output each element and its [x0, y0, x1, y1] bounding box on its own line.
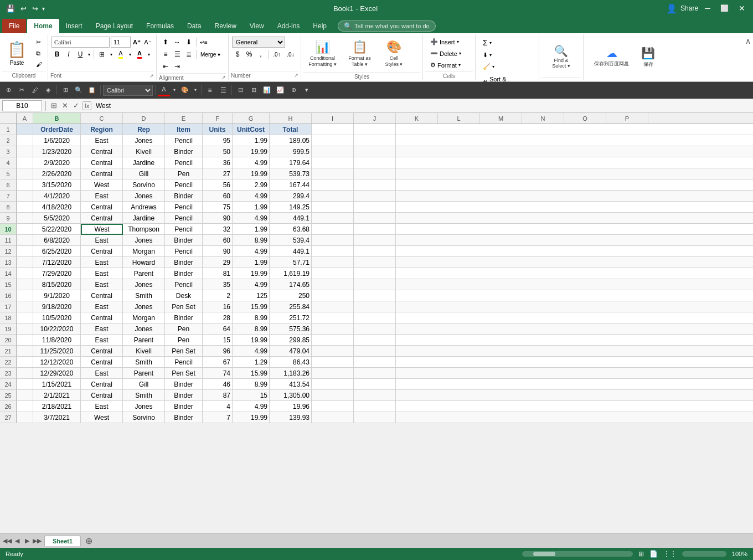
- tb2-center-btn[interactable]: ☰: [217, 84, 229, 96]
- sheet-nav-left[interactable]: ◀◀: [2, 536, 12, 546]
- list-item[interactable]: 9/1/2020: [33, 290, 81, 301]
- list-item[interactable]: Central: [81, 246, 123, 257]
- cell-a[interactable]: [17, 301, 33, 312]
- cell-empty[interactable]: [312, 357, 354, 368]
- list-item[interactable]: Pen: [165, 168, 203, 179]
- list-item[interactable]: 449.1: [270, 246, 312, 257]
- cell-a[interactable]: [17, 412, 33, 423]
- cell-empty[interactable]: [354, 312, 396, 323]
- list-item[interactable]: Binder: [165, 412, 203, 423]
- cell-a[interactable]: [17, 191, 33, 202]
- clear-button[interactable]: 🧹 ▾: [479, 61, 535, 72]
- font-grow-button[interactable]: A⁺: [132, 37, 142, 47]
- row-number[interactable]: 16: [0, 290, 17, 301]
- list-item[interactable]: East: [81, 135, 123, 146]
- cell-a[interactable]: [17, 146, 33, 157]
- row-number[interactable]: 1: [0, 124, 17, 135]
- row-number[interactable]: 6: [0, 179, 17, 191]
- tb2-chart-btn[interactable]: 📈: [274, 84, 286, 96]
- list-item[interactable]: Pencil: [165, 179, 203, 191]
- paste-button[interactable]: 📋 Paste: [2, 37, 32, 70]
- cell-a[interactable]: [17, 323, 33, 335]
- list-item[interactable]: 12/12/2020: [33, 357, 81, 368]
- list-item[interactable]: 413.54: [270, 379, 312, 390]
- fill-color-button[interactable]: A: [115, 49, 127, 60]
- cell-a[interactable]: [17, 246, 33, 257]
- cell-empty[interactable]: [312, 257, 354, 268]
- list-item[interactable]: Jones: [123, 279, 165, 290]
- accounting-format-button[interactable]: $: [232, 49, 243, 60]
- list-item[interactable]: East: [81, 257, 123, 268]
- delete-button[interactable]: ➖ Delete ▾: [426, 48, 472, 59]
- list-item[interactable]: 125: [233, 290, 270, 301]
- cell-empty[interactable]: [312, 224, 354, 235]
- list-item[interactable]: West: [81, 412, 123, 423]
- number-format-select[interactable]: General Number Currency Percentage: [232, 37, 285, 48]
- col-header-l[interactable]: L: [438, 113, 480, 124]
- cell-empty[interactable]: [312, 213, 354, 224]
- list-item[interactable]: Central: [81, 157, 123, 168]
- comma-button[interactable]: ,: [255, 49, 266, 60]
- number-dialog-launcher[interactable]: ↗: [294, 73, 298, 79]
- cell-empty[interactable]: [354, 390, 396, 401]
- search-box[interactable]: 🔍 Tell me what you want to do: [338, 20, 436, 32]
- list-item[interactable]: Central: [81, 168, 123, 179]
- list-item[interactable]: 479.04: [270, 346, 312, 357]
- list-item[interactable]: 4.99: [233, 246, 270, 257]
- cell-a[interactable]: [17, 346, 33, 357]
- list-item[interactable]: 60: [203, 191, 233, 202]
- row-number[interactable]: 4: [0, 157, 17, 168]
- cell-a[interactable]: [17, 135, 33, 146]
- tb2-highlight-dropdown[interactable]: ▾: [192, 84, 199, 96]
- cell-empty[interactable]: [312, 146, 354, 157]
- list-item[interactable]: 11/8/2020: [33, 335, 81, 346]
- sheet-tab-sheet1[interactable]: Sheet1: [44, 536, 81, 546]
- list-item[interactable]: Pencil: [165, 357, 203, 368]
- align-bottom-button[interactable]: ⬇: [183, 37, 194, 48]
- list-item[interactable]: East: [81, 268, 123, 279]
- tb2-table-btn[interactable]: 📊: [261, 84, 273, 96]
- list-item[interactable]: Binder: [165, 268, 203, 279]
- tab-page-layout[interactable]: Page Layout: [89, 19, 140, 33]
- list-item[interactable]: Pencil: [165, 202, 203, 213]
- list-item[interactable]: Central: [81, 390, 123, 401]
- tb2-border-btn[interactable]: ⊞: [247, 84, 260, 96]
- list-item[interactable]: Howard: [123, 257, 165, 268]
- view-layout-button[interactable]: 📄: [649, 550, 658, 558]
- view-page-break-button[interactable]: ⋮⋮: [663, 550, 677, 558]
- font-name-input[interactable]: [51, 37, 110, 48]
- list-item[interactable]: Parent: [123, 368, 165, 379]
- cell-empty[interactable]: [354, 191, 396, 202]
- fill-color-dropdown[interactable]: ▾: [127, 49, 133, 60]
- cell-j1[interactable]: [354, 124, 396, 135]
- cell-a1[interactable]: [17, 124, 33, 135]
- list-item[interactable]: 8.99: [233, 323, 270, 335]
- list-item[interactable]: 15.99: [233, 368, 270, 379]
- list-item[interactable]: 999.5: [270, 146, 312, 157]
- list-item[interactable]: 575.36: [270, 323, 312, 335]
- list-item[interactable]: Pen Set: [165, 346, 203, 357]
- cell-e1[interactable]: Item: [165, 124, 203, 135]
- cell-a[interactable]: [17, 157, 33, 168]
- list-item[interactable]: 4/1/2020: [33, 191, 81, 202]
- cell-empty[interactable]: [312, 279, 354, 290]
- cell-a[interactable]: [17, 202, 33, 213]
- tab-file[interactable]: File: [2, 19, 26, 33]
- cell-empty[interactable]: [312, 301, 354, 312]
- list-item[interactable]: 28: [203, 312, 233, 323]
- list-item[interactable]: 1.99: [233, 202, 270, 213]
- save-button[interactable]: 💾 保存: [636, 40, 660, 74]
- cell-a[interactable]: [17, 290, 33, 301]
- cell-empty[interactable]: [354, 290, 396, 301]
- find-select-button[interactable]: 🔍 Find &Select ▾: [549, 42, 573, 71]
- cell-reference-box[interactable]: [2, 100, 42, 111]
- ribbon-collapse-button[interactable]: ∧: [743, 34, 753, 80]
- tb2-btn-2[interactable]: ✂: [16, 84, 28, 96]
- cell-empty[interactable]: [354, 323, 396, 335]
- cell-a[interactable]: [17, 213, 33, 224]
- row-number[interactable]: 27: [0, 412, 17, 423]
- cell-a[interactable]: [17, 379, 33, 390]
- list-item[interactable]: Morgan: [123, 246, 165, 257]
- row-number[interactable]: 2: [0, 135, 17, 146]
- cell-a[interactable]: [17, 312, 33, 323]
